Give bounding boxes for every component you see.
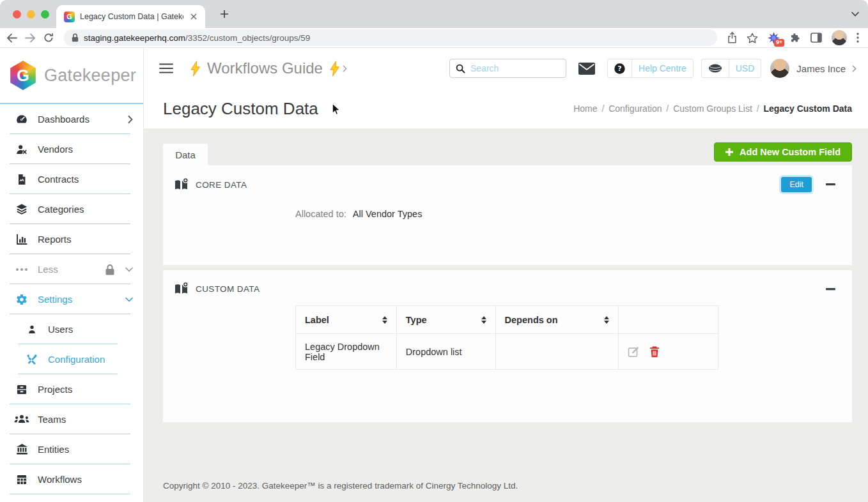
extension-icon[interactable]: 9+ xyxy=(768,32,780,44)
sidebar-item-projects[interactable]: Projects xyxy=(0,374,143,404)
minimize-window-button[interactable] xyxy=(27,10,35,19)
bookmark-star-icon[interactable] xyxy=(747,33,758,43)
search-input[interactable] xyxy=(449,59,566,78)
table-row: Legacy Dropdown Field Dropdown list xyxy=(296,334,718,370)
collapse-minus-icon[interactable] xyxy=(826,183,835,186)
sidebar-item-less[interactable]: Less xyxy=(0,254,143,284)
contract-document-icon xyxy=(14,172,29,186)
sidebar-item-workflows[interactable]: Workflows xyxy=(0,464,143,494)
column-header-depends-on[interactable]: Depends on xyxy=(495,306,619,334)
extensions-puzzle-icon[interactable] xyxy=(789,32,801,43)
svg-text:?: ? xyxy=(617,65,621,73)
forward-button[interactable] xyxy=(25,33,36,43)
sidebar-item-label: Reports xyxy=(38,234,72,245)
sort-icon[interactable] xyxy=(481,316,486,324)
sidebar-item-label: Users xyxy=(48,324,73,335)
sidebar-item-label: Vendors xyxy=(38,144,73,155)
browser-menu-kebab-icon[interactable] xyxy=(856,33,859,43)
browser-profile-avatar[interactable] xyxy=(832,30,847,45)
tab-data[interactable]: Data xyxy=(163,144,208,165)
chevron-down-icon xyxy=(125,267,133,272)
sidebar-item-vendors[interactable]: Vendors xyxy=(0,134,143,164)
share-icon[interactable] xyxy=(727,32,737,43)
sidebar-item-dashboards[interactable]: Dashboards xyxy=(0,104,143,134)
custom-data-title: CUSTOM DATA xyxy=(196,284,260,294)
cell-actions xyxy=(619,334,718,370)
lightning-bolt-icon xyxy=(329,61,340,77)
sidebar-item-contracts[interactable]: Contracts xyxy=(0,164,143,194)
data-book-icon xyxy=(173,282,189,296)
back-button[interactable] xyxy=(6,33,17,43)
sidebar-item-label: Dashboards xyxy=(38,114,89,125)
sidebar-item-label: Configuration xyxy=(48,354,105,365)
user-menu-chevron-icon[interactable] xyxy=(852,65,856,72)
add-new-custom-field-button[interactable]: Add New Custom Field xyxy=(714,142,852,162)
people-group-icon xyxy=(14,413,29,425)
sort-icon[interactable] xyxy=(604,316,609,324)
column-header-label[interactable]: Label xyxy=(296,306,397,334)
sidebar-item-label: Categories xyxy=(38,204,84,215)
sidebar-item-entities[interactable]: Entities xyxy=(0,434,143,464)
gatekeeper-logo-icon: G xyxy=(9,61,37,90)
delete-trash-icon[interactable] xyxy=(649,346,660,358)
tab-list-chevron-icon[interactable] xyxy=(851,11,859,17)
reload-button[interactable] xyxy=(43,33,54,43)
cell-label: Legacy Dropdown Field xyxy=(296,334,397,370)
currency-label: USD xyxy=(729,59,761,77)
column-header-type[interactable]: Type xyxy=(396,306,495,334)
workspace-title[interactable]: Workflows Guide xyxy=(207,59,323,77)
side-panel-icon[interactable] xyxy=(810,33,822,43)
global-search xyxy=(449,59,566,78)
help-centre-button[interactable]: ? Help Centre xyxy=(607,59,694,78)
zoom-window-button[interactable] xyxy=(41,10,49,19)
tls-lock-icon[interactable] xyxy=(72,33,79,42)
sort-icon[interactable] xyxy=(382,316,387,324)
sidebar-item-teams[interactable]: Teams xyxy=(0,404,143,434)
brand-name: Gatekeeper xyxy=(44,66,136,86)
messages-envelope-icon[interactable] xyxy=(578,63,595,75)
user-name[interactable]: James Ince xyxy=(796,63,846,74)
help-centre-label: Help Centre xyxy=(632,59,693,77)
browser-tabstrip: G Legacy Custom Data | Gatekee xyxy=(0,0,868,28)
gatekeeper-favicon-icon: G xyxy=(64,11,75,22)
user-avatar[interactable] xyxy=(770,59,789,78)
collapse-minus-icon[interactable] xyxy=(826,288,835,291)
close-window-button[interactable] xyxy=(13,10,21,19)
copyright-footer: Copyright © 2010 - 2023. Gatekeeper™ is … xyxy=(163,481,852,491)
column-header-actions xyxy=(619,306,718,334)
dashboard-gauge-icon xyxy=(14,112,29,126)
cell-depends-on xyxy=(495,334,619,370)
core-data-panel: CORE DATA Edit Allocated to: All Vendor … xyxy=(163,165,852,265)
bar-chart-icon xyxy=(14,232,29,246)
hamburger-menu-icon[interactable] xyxy=(159,63,173,73)
sidebar-item-configuration[interactable]: Configuration xyxy=(0,344,143,374)
breadcrumb-custom-groups-list[interactable]: Custom Groups List xyxy=(673,103,763,114)
sidebar: G Gatekeeper Dashboards Vendors xyxy=(0,48,144,502)
address-bar[interactable]: staging.gatekeeperhq.com/3352/custom_obj… xyxy=(64,29,717,46)
url-text: staging.gatekeeperhq.com/3352/custom_obj… xyxy=(84,33,310,43)
cell-type: Dropdown list xyxy=(396,334,495,370)
sidebar-item-label: Contracts xyxy=(38,174,79,185)
new-tab-button[interactable] xyxy=(220,10,229,19)
custom-data-panel: CUSTOM DATA Label xyxy=(163,270,852,422)
browser-toolbar: staging.gatekeeperhq.com/3352/custom_obj… xyxy=(0,28,868,48)
sidebar-item-reports[interactable]: Reports xyxy=(0,224,143,254)
sidebar-item-categories[interactable]: Categories xyxy=(0,194,143,224)
user-person-icon xyxy=(24,323,40,336)
edit-button[interactable]: Edit xyxy=(781,177,812,192)
breadcrumb-configuration[interactable]: Configuration xyxy=(608,103,673,114)
archive-drawer-icon xyxy=(14,383,29,396)
sidebar-item-label: Less xyxy=(38,264,58,275)
coins-icon xyxy=(702,59,729,77)
tab-close-icon[interactable] xyxy=(189,11,199,22)
edit-pencil-icon[interactable] xyxy=(628,346,640,358)
gatekeeper-logo[interactable]: G Gatekeeper xyxy=(0,48,143,104)
workspace-chevron-icon[interactable] xyxy=(343,65,347,72)
currency-selector[interactable]: USD xyxy=(701,59,762,78)
ellipsis-icon xyxy=(14,268,29,271)
sidebar-item-label: Workflows xyxy=(38,474,82,485)
sidebar-item-settings[interactable]: Settings xyxy=(0,284,143,314)
sidebar-item-users[interactable]: Users xyxy=(0,314,143,344)
browser-tab[interactable]: G Legacy Custom Data | Gatekee xyxy=(56,5,205,28)
breadcrumb-home[interactable]: Home xyxy=(573,103,608,114)
